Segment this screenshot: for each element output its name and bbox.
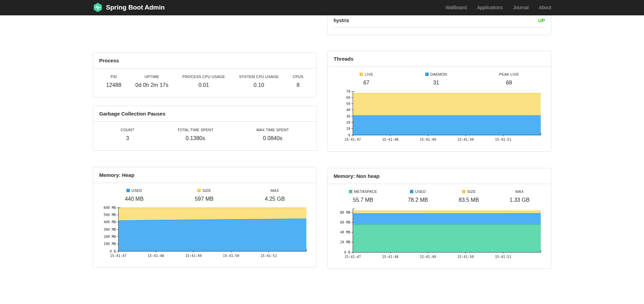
left-column: Process PID 12488 UPTIME 0d 0h 2m 17s PR… [88,15,322,276]
metric-pid: PID 12488 [106,75,122,88]
svg-text:15:41:47: 15:41:47 [344,255,361,259]
metric-value: 12488 [106,82,122,88]
svg-text:15:41:49: 15:41:49 [420,255,436,259]
process-panel: Process PID 12488 UPTIME 0d 0h 2m 17s PR… [93,52,317,97]
legend-value: 78.2 MB [408,197,428,203]
legend-item-used: USED 440 MB [125,188,143,202]
metric-label: CPUS [293,75,303,79]
nonheap-legend: METASPACE 55.7 MB USED 78.2 MB SIZE 83.5… [334,189,545,203]
metric-label: PID [106,75,122,79]
svg-text:15:41:50: 15:41:50 [457,255,474,259]
svg-text:100 MB: 100 MB [104,242,116,246]
metric-cpus: CPUS 8 [293,75,303,88]
svg-text:200 MB: 200 MB [104,235,116,239]
svg-text:50: 50 [346,102,350,106]
size-swatch-icon [462,190,465,193]
legend-item-max: MAX 4.25 GB [265,188,285,202]
metric-value: 0.0840s [256,135,289,141]
svg-text:15:41:50: 15:41:50 [457,138,474,141]
used-swatch-icon [126,189,130,192]
gc-panel: Garbage Collection Pauses COUNT 3 TOTAL … [93,106,317,151]
metric-uptime: UPTIME 0d 0h 2m 17s [135,75,168,88]
svg-text:300 MB: 300 MB [104,228,116,231]
nav-item-journal[interactable]: Journal [508,0,534,15]
legend-label: METASPACE [354,189,377,194]
metric-value: 0.10 [239,82,279,88]
metric-system-cpu: SYSTEM CPU USAGE 0.10 [239,75,279,88]
legend-item-live: LIVE 67 [359,72,373,86]
brand-link[interactable]: Spring Boot Admin [88,2,170,13]
threads-panel: Threads LIVE 67 DAEMON 31 PEAK LIVE [327,51,551,152]
legend-item-size: SIZE 83.5 MB [459,189,479,203]
metric-gc-total-time: TOTAL TIME SPENT 0.1380s [177,128,213,141]
panel-title: Threads [327,51,551,67]
svg-text:15:41:51: 15:41:51 [495,255,511,259]
nav-item-wallboard[interactable]: Wallboard [440,0,472,15]
threads-legend: LIVE 67 DAEMON 31 PEAK LIVE 68 [334,72,545,86]
legend-item-used: USED 78.2 MB [408,189,428,203]
nav-links: Wallboard Applications Journal About [440,0,556,15]
nonheap-panel: Memory: Non heap METASPACE 55.7 MB USED … [327,168,551,269]
process-metrics: PID 12488 UPTIME 0d 0h 2m 17s PROCESS CP… [99,75,310,88]
svg-text:80 MB: 80 MB [340,211,350,214]
svg-text:15:41:48: 15:41:48 [148,254,164,258]
status-badge: UP [538,18,545,23]
svg-text:15:41:47: 15:41:47 [110,254,126,258]
metric-value: 0.1380s [177,135,213,141]
svg-text:400 MB: 400 MB [104,220,116,224]
heap-memory-chart: 0 B100 MB200 MB300 MB400 MB500 MB600 MB1… [99,205,310,263]
metric-label: PROCESS CPU USAGE [182,75,225,79]
size-swatch-icon [197,189,201,192]
health-panel: hystrix UP [327,13,551,35]
live-swatch-icon [359,73,363,76]
metric-label: TOTAL TIME SPENT [177,128,213,132]
legend-item-metaspace: METASPACE 55.7 MB [349,189,377,203]
svg-text:20: 20 [346,121,350,124]
nav-item-applications[interactable]: Applications [472,0,508,15]
nonheap-memory-chart: 0 B20 MB40 MB60 MB80 MB15:41:4715:41:481… [334,206,545,264]
brand-title: Spring Boot Admin [106,4,165,11]
svg-text:600 MB: 600 MB [104,206,116,210]
legend-item-size: SIZE 597 MB [195,188,214,202]
legend-value: 83.5 MB [459,197,479,203]
svg-text:40: 40 [346,108,350,112]
legend-label: PEAK LIVE [499,72,519,76]
svg-text:15:41:51: 15:41:51 [261,254,277,258]
legend-item-daemon: DAEMON 31 [425,72,447,86]
legend-label: MAX [509,189,530,194]
legend-item-max: MAX 1.33 GB [509,189,530,203]
page: Spring Boot Admin Wallboard Applications… [0,0,644,304]
svg-text:15:41:47: 15:41:47 [344,138,361,141]
svg-text:15:41:51: 15:41:51 [495,138,511,141]
navbar: Spring Boot Admin Wallboard Applications… [0,0,644,15]
metric-gc-max-time: MAX TIME SPENT 0.0840s [256,128,289,141]
metric-gc-count: COUNT 3 [121,128,134,141]
legend-label: SIZE [467,189,476,194]
metric-value: 8 [293,82,303,88]
svg-text:500 MB: 500 MB [104,213,116,217]
svg-text:15:41:48: 15:41:48 [382,138,398,141]
heap-legend: USED 440 MB SIZE 597 MB MAX 4.25 GB [99,188,310,202]
legend-value: 67 [359,80,373,86]
svg-text:60: 60 [346,96,350,100]
svg-text:70: 70 [346,90,350,93]
gc-metrics: COUNT 3 TOTAL TIME SPENT 0.1380s MAX TIM… [99,128,310,141]
heap-panel: Memory: Heap USED 440 MB SIZE 597 MB MAX [93,167,317,268]
health-service-name: hystrix [334,18,349,23]
spring-boot-admin-logo-icon [93,2,103,13]
metric-label: UPTIME [135,75,168,79]
metric-process-cpu: PROCESS CPU USAGE 0.01 [182,75,225,88]
content: Process PID 12488 UPTIME 0d 0h 2m 17s PR… [88,15,556,277]
metric-value: 3 [121,135,134,141]
nav-item-about[interactable]: About [534,0,556,15]
legend-label: MAX [265,188,285,193]
svg-text:60 MB: 60 MB [340,221,350,224]
svg-text:15:41:48: 15:41:48 [382,255,398,259]
metric-label: SYSTEM CPU USAGE [239,75,279,79]
legend-label: SIZE [202,188,211,193]
panel-title: Process [93,53,317,69]
legend-value: 31 [425,80,447,86]
metric-value: 0.01 [182,82,225,88]
svg-text:0 B: 0 B [344,250,350,254]
svg-text:15:41:50: 15:41:50 [223,254,239,258]
